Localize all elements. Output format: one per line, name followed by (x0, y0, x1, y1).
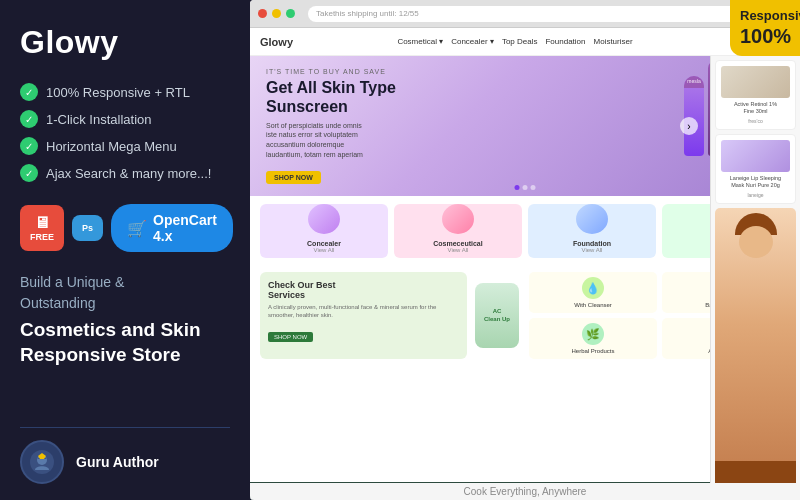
cat-sub-1: View All (314, 247, 335, 253)
services-description: Check Our BestServices A clinically prov… (260, 272, 467, 359)
check-icon-3: ✓ (20, 137, 38, 155)
woman-photo (715, 208, 796, 496)
cat-item-1[interactable]: Concealer View All (260, 204, 388, 258)
cleanser-label: With Cleanser (574, 302, 612, 308)
badge-ps: Ps (72, 215, 103, 242)
responsive-percent: 100% (740, 24, 790, 48)
feature-item-2: ✓ 1-Click Installation (20, 110, 230, 128)
service-icon-cleanser: 💧 With Cleanser (529, 272, 657, 313)
cat-label-1: Concealer (307, 240, 341, 247)
sidebar-product-img-1 (721, 66, 790, 98)
services-btn[interactable]: SHOP NOW (268, 332, 313, 342)
sidebar-product-label-2: Laneige Lip SleepingMask Nuri Pure 20g (730, 175, 781, 189)
dot-3 (531, 185, 536, 190)
sidebar-product-2[interactable]: Laneige Lip SleepingMask Nuri Pure 20g l… (715, 134, 796, 204)
browser-url-bar[interactable]: Takethis shipping until: 12/55 (308, 6, 751, 22)
cat-thumb-2 (442, 204, 474, 234)
badges-row: 🖥 FREE Ps 🛒 OpenCart 4.x (20, 204, 230, 252)
author-row: Guru Author (20, 427, 230, 484)
nav-item-2[interactable]: Concealer ▾ (451, 37, 494, 46)
footer-text: Cook Everything, Anywhere (250, 483, 800, 500)
hero-small-text: IT'S TIME TO BUY AND SAVE (266, 68, 396, 75)
services-title: Check Our BestServices (268, 280, 459, 300)
right-panel: Responsive 100% Takethis shipping until:… (250, 0, 800, 500)
badge-opencart: 🛒 OpenCart 4.x (111, 204, 233, 252)
feature-item-4: ✓ Ajax Search & many more...! (20, 164, 230, 182)
services-left-group: Check Our BestServices A clinically prov… (260, 272, 521, 359)
services-product-container: ACClean Up (473, 272, 521, 359)
sidebar-product-1[interactable]: Active Retinol 1%Fine 30ml fres'co (715, 60, 796, 130)
main-store-title: Cosmetics and SkinResponsive Store (20, 318, 230, 367)
left-top: Glowy ✓ 100% Responsive + RTL ✓ 1-Click … (20, 24, 230, 367)
product-tube-1: mesla (684, 76, 704, 156)
cat-label-3: Foundation (573, 240, 611, 247)
hero-description: Sort of perspiciatis unde omnis iste nat… (266, 121, 366, 160)
dot-1 (515, 185, 520, 190)
feature-list: ✓ 100% Responsive + RTL ✓ 1-Click Instal… (20, 83, 230, 182)
cat-sub-3: View All (582, 247, 603, 253)
face-oval (739, 226, 773, 258)
cat-label-2: Cosmeceutical (433, 240, 482, 247)
hero-title: Get All Skin TypeSunscreen (266, 78, 396, 116)
feature-item-3: ✓ Horizontal Mega Menu (20, 137, 230, 155)
cat-sub-2: View All (448, 247, 469, 253)
tagline: Build a Unique &Outstanding (20, 272, 230, 314)
hero-text: IT'S TIME TO BUY AND SAVE Get All Skin T… (266, 68, 396, 184)
feature-label-2: 1-Click Installation (46, 112, 152, 127)
sidebar-product-img-2 (721, 140, 790, 172)
badge-monitor: 🖥 FREE (20, 205, 64, 251)
hero-shop-button[interactable]: SHOP NOW (266, 171, 321, 184)
herbal-label: Herbal Products (571, 348, 614, 354)
feature-label-3: Horizontal Mega Menu (46, 139, 177, 154)
hero-next-arrow[interactable]: › (680, 117, 698, 135)
cat-item-2[interactable]: Cosmeceutical View All (394, 204, 522, 258)
site-logo: Glowy (260, 36, 293, 48)
feature-label-1: 100% Responsive + RTL (46, 85, 190, 100)
browser-chrome: Takethis shipping until: 12/55 🌍 🌐 (250, 0, 800, 28)
dot-2 (523, 185, 528, 190)
footer-label: Cook Everything, Anywhere (464, 486, 587, 497)
herbal-icon: 🌿 (582, 323, 604, 345)
left-panel: Glowy ✓ 100% Responsive + RTL ✓ 1-Click … (0, 0, 250, 500)
author-name: Guru Author (76, 454, 159, 470)
right-sidebar: Active Retinol 1%Fine 30ml fres'co Lanei… (710, 56, 800, 500)
services-product-image: ACClean Up (475, 283, 519, 348)
tube-cap-1: mesla (684, 76, 704, 88)
nav-item-3[interactable]: Top Deals (502, 37, 538, 46)
site-nav: Cosmetical ▾ Concealer ▾ Top Deals Found… (397, 37, 632, 46)
cart-icon: 🛒 (127, 219, 147, 238)
feature-item-1: ✓ 100% Responsive + RTL (20, 83, 230, 101)
cat-thumb-3 (576, 204, 608, 234)
cat-thumb-1 (308, 204, 340, 234)
check-icon-4: ✓ (20, 164, 38, 182)
nav-item-5[interactable]: Moisturiser (593, 37, 632, 46)
responsive-label: Responsive (740, 8, 800, 23)
browser-dot-yellow (272, 9, 281, 18)
cleanser-icon: 💧 (582, 277, 604, 299)
feature-label-4: Ajax Search & many more...! (46, 166, 211, 181)
responsive-badge: Responsive 100% (730, 0, 800, 56)
browser-dot-red (258, 9, 267, 18)
sidebar-product-brand-1: fres'co (748, 118, 763, 124)
author-icon (28, 448, 56, 476)
services-desc: A clinically proven, multi-functional fa… (268, 303, 459, 320)
services-product-label: ACClean Up (484, 308, 510, 324)
sidebar-product-label-1: Active Retinol 1%Fine 30ml (734, 101, 777, 115)
cat-item-3[interactable]: Foundation View All (528, 204, 656, 258)
opencart-label: OpenCart 4.x (153, 212, 217, 244)
sidebar-product-brand-2: laneige (747, 192, 763, 198)
check-icon-2: ✓ (20, 110, 38, 128)
hero-pagination (515, 185, 536, 190)
site-mockup: Glowy Cosmetical ▾ Concealer ▾ Top Deals… (250, 28, 800, 500)
brand-title: Glowy (20, 24, 230, 61)
url-text: Takethis shipping until: 12/55 (316, 9, 419, 18)
nav-item-1[interactable]: Cosmetical ▾ (397, 37, 443, 46)
service-icon-herbal: 🌿 Herbal Products (529, 318, 657, 359)
nav-item-4[interactable]: Foundation (545, 37, 585, 46)
check-icon-1: ✓ (20, 83, 38, 101)
author-avatar (20, 440, 64, 484)
site-header: Glowy Cosmetical ▾ Concealer ▾ Top Deals… (250, 28, 800, 56)
browser-dot-green (286, 9, 295, 18)
